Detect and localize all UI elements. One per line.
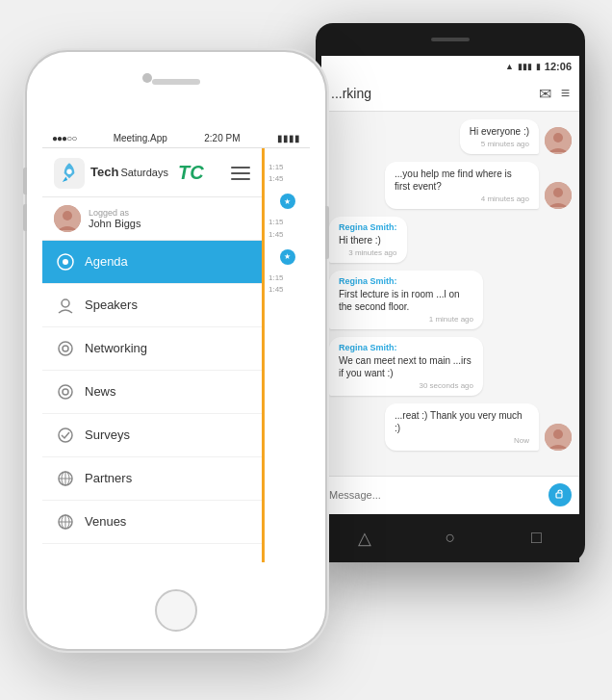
user-name-label: John Biggs [89, 218, 140, 229]
user-info-bar: Logged as John Biggs [42, 197, 262, 241]
bubble-content-3: Regina Smith: Hi there :) 3 minutes ago [329, 217, 407, 263]
android-back-button[interactable]: △ [350, 524, 379, 553]
chat-messages: Hi everyone :) 5 minutes ago ...y [321, 112, 579, 474]
android-app-header: ...rking ✉ ≡ [321, 77, 579, 112]
agenda-icon [56, 252, 75, 272]
hamburger-line-1 [231, 167, 250, 169]
ios-statusbar: ●●●○○ Meeting.App 2:20 PM ▮▮▮▮ [42, 129, 310, 148]
hamburger-line-2 [231, 172, 250, 174]
svg-point-1 [66, 169, 71, 173]
sidebar-item-label-surveys: Surveys [85, 428, 130, 442]
bubble-time-6: Now [395, 436, 529, 445]
time-2-45: 1:45 [268, 229, 306, 242]
sidebar-menu: Agenda Speakers [42, 241, 262, 544]
ios-app-header: Tech Saturdays TC [42, 148, 262, 197]
message-input[interactable] [329, 489, 541, 501]
time-block-3: 1:15 1:45 [265, 269, 310, 301]
sidebar-item-speakers[interactable]: Speakers [42, 284, 262, 327]
user-info-text: Logged as John Biggs [89, 208, 140, 229]
svg-point-19 [553, 188, 563, 197]
chat-message-4: Regina Smith: First lecture is in room .… [329, 271, 572, 329]
bubble-sender-5: Regina Smith: [339, 343, 473, 352]
surveys-icon [56, 426, 75, 445]
logo-tech: Tech [90, 166, 118, 179]
android-speaker [431, 38, 470, 41]
camera-dot [142, 73, 152, 83]
sidebar-item-label-venues: Venues [85, 514, 126, 529]
bubble-text-2: ...you help me find where is first event… [395, 168, 529, 193]
mail-icon[interactable]: ✉ [539, 85, 551, 103]
rocket-icon [54, 158, 85, 189]
android-header-icons: ✉ ≡ [539, 85, 570, 103]
bubble-text-3: Hi there :) [339, 234, 397, 246]
ios-app: ●●●○○ Meeting.App 2:20 PM ▮▮▮▮ [42, 129, 310, 562]
svg-point-21 [553, 429, 563, 439]
sidebar-item-partners[interactable]: Partners [42, 457, 262, 501]
svg-point-8 [63, 346, 68, 351]
sidebar-item-surveys[interactable]: Surveys [42, 414, 262, 457]
android-battery-icon: ▮ [536, 62, 541, 71]
time-3-45: 1:45 [268, 284, 306, 297]
logo-saturdays: Saturdays [120, 167, 168, 178]
home-button[interactable] [155, 589, 197, 632]
bubble-text-6: ...reat :) Thank you very much :) [395, 409, 529, 434]
android-screen: ▲ ▮▮▮ ▮ 12:06 ...rking ✉ ≡ [321, 56, 579, 514]
time-block-1: 1:15 1:45 [265, 158, 310, 191]
agenda-inner: Tech Saturdays TC [42, 148, 310, 562]
iphone-screen: ●●●○○ Meeting.App 2:20 PM ▮▮▮▮ [42, 129, 310, 562]
android-home-button[interactable]: ○ [436, 524, 465, 553]
speaker-grille [152, 79, 200, 85]
time-block-2: 1:15 1:45 [265, 213, 310, 246]
send-button[interactable] [548, 483, 572, 506]
iphone-device: ●●●○○ Meeting.App 2:20 PM ▮▮▮▮ [27, 52, 325, 649]
time-label: 2:20 PM [204, 133, 240, 143]
news-icon [56, 382, 75, 402]
user-avatar-chat-6 [545, 424, 572, 451]
svg-point-17 [553, 133, 563, 143]
svg-point-10 [63, 389, 68, 395]
sidebar-item-news[interactable]: News [42, 371, 262, 414]
partners-icon [56, 469, 75, 488]
svg-rect-22 [556, 493, 562, 498]
logo-tc: TC [178, 162, 204, 184]
chat-input-bar [321, 476, 579, 514]
sidebar-item-label-agenda: Agenda [85, 254, 128, 269]
venues-icon [56, 512, 75, 531]
scene: ●●●○○ Meeting.App 2:20 PM ▮▮▮▮ [27, 23, 585, 678]
android-device: ▲ ▮▮▮ ▮ 12:06 ...rking ✉ ≡ [316, 23, 585, 562]
hamburger-line-3 [231, 178, 250, 180]
android-time: 12:06 [545, 61, 572, 72]
volume-up-button [23, 168, 27, 194]
starred-badge-1: ★ [280, 194, 295, 209]
sidebar-item-label-news: News [85, 384, 116, 399]
sidebar-item-networking[interactable]: Networking [42, 327, 262, 371]
bubble-time-1: 5 minutes ago [470, 140, 529, 148]
bubble-content-5: Regina Smith: We can meet next to main .… [329, 337, 483, 396]
menu-area: Tech Saturdays TC [42, 148, 262, 544]
svg-point-11 [59, 428, 72, 442]
power-button [325, 206, 329, 259]
chat-message-3: Regina Smith: Hi there :) 3 minutes ago [329, 217, 572, 263]
app-logo: Tech Saturdays TC [54, 158, 204, 189]
android-top-area [316, 23, 585, 56]
android-signal-icon: ▮▮▮ [518, 62, 532, 71]
android-recents-button[interactable]: □ [522, 524, 550, 553]
speakers-icon [56, 296, 75, 315]
carrier-label: Meeting.App [114, 133, 167, 143]
starred-badge-2: ★ [280, 249, 295, 265]
signal-dots: ●●●○○ [52, 133, 76, 143]
bubble-time-3: 3 minutes ago [339, 248, 397, 257]
time-2-15: 1:15 [268, 217, 306, 229]
sidebar-item-label-networking: Networking [85, 341, 147, 355]
networking-icon [56, 339, 75, 358]
chat-message-6: ...reat :) Thank you very much :) Now [329, 403, 572, 451]
android-nav-bar: △ ○ □ [321, 514, 579, 562]
user-avatar [54, 205, 81, 232]
menu-icon[interactable]: ≡ [561, 85, 570, 103]
chat-message-1: Hi everyone :) 5 minutes ago [329, 119, 572, 154]
chat-message-2: ...you help me find where is first event… [329, 162, 572, 209]
sidebar-item-venues[interactable]: Venues [42, 501, 262, 544]
hamburger-button[interactable] [231, 167, 250, 180]
sidebar-item-agenda[interactable]: Agenda [42, 241, 262, 284]
sidebar-item-label-partners: Partners [85, 471, 132, 485]
